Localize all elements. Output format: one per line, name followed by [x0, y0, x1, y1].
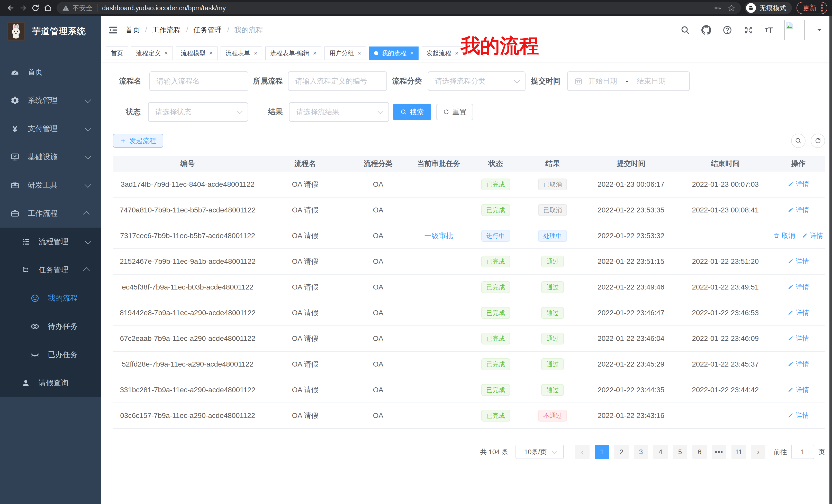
sidebar-item-home[interactable]: 首页: [0, 58, 101, 86]
sidebar-item-infra[interactable]: 基础设施: [0, 143, 101, 171]
goto-page-input[interactable]: 1: [791, 445, 814, 459]
breadcrumb-item[interactable]: 任务管理: [193, 25, 222, 35]
sidebar-item-my-process[interactable]: 我的流程: [0, 284, 101, 312]
detail-action-link[interactable]: 详情: [787, 411, 809, 420]
close-icon[interactable]: ×: [254, 50, 257, 56]
close-icon[interactable]: ×: [313, 50, 316, 56]
process-definition-input[interactable]: 请输入流程定义的编号: [288, 72, 387, 91]
process-name-input[interactable]: 请输入流程名: [149, 72, 249, 91]
page-button-6[interactable]: 6: [693, 445, 707, 459]
sidebar-item-process-mgmt[interactable]: 流程管理: [0, 228, 101, 256]
close-icon[interactable]: ×: [358, 50, 361, 56]
cell-submit-time: 2022-01-22 23:53:35: [583, 197, 679, 223]
breadcrumb-item[interactable]: 工作流程: [152, 25, 181, 35]
search-icon: [795, 137, 802, 144]
sidebar-item-leave-query[interactable]: 请假查询: [0, 369, 101, 397]
cell-actions: 详情: [772, 172, 825, 197]
close-icon[interactable]: ×: [455, 50, 459, 56]
table-row: 52ffd28e-7b9a-11ec-a290-acde48001122OA 请…: [113, 352, 825, 377]
sidebar-item-task-mgmt[interactable]: 任务管理: [0, 256, 101, 284]
detail-action-link[interactable]: 详情: [787, 205, 809, 215]
address-bar[interactable]: 不安全 dashboard.yudao.iocoder.cn /bpm/task…: [57, 2, 741, 14]
cell-end-time: 2022-01-22 23:51:20: [679, 249, 772, 274]
browser-forward-button[interactable]: [17, 2, 29, 14]
column-header: 当前审批任务: [409, 156, 469, 172]
page-button-5[interactable]: 5: [673, 445, 687, 459]
detail-action-link[interactable]: 详情: [787, 385, 809, 394]
bookmark-star-icon[interactable]: [728, 4, 735, 12]
tab-流程模型[interactable]: 流程模型×: [176, 47, 217, 60]
detail-action-link[interactable]: 详情: [787, 283, 809, 291]
browser-back-button[interactable]: [5, 2, 17, 14]
page-button-1[interactable]: 1: [595, 445, 609, 459]
page-ellipsis[interactable]: •••: [712, 445, 726, 459]
detail-action-link[interactable]: 详情: [787, 179, 809, 189]
sidebar-item-system[interactable]: 系统管理: [0, 86, 101, 115]
browser-home-button[interactable]: [42, 2, 54, 14]
refresh-table-button[interactable]: [811, 134, 825, 148]
table-header-row: 编号流程名流程分类当前审批任务状态结果提交时间结束时间操作: [113, 156, 825, 172]
toggle-search-button[interactable]: [791, 134, 806, 148]
github-icon[interactable]: [701, 25, 711, 35]
header-search-icon[interactable]: [680, 25, 690, 35]
next-page-button[interactable]: ›: [751, 445, 765, 459]
browser-menu-icon[interactable]: [821, 4, 823, 11]
cell-result: 通过: [522, 326, 583, 352]
help-icon[interactable]: [723, 25, 732, 35]
sidebar-item-workflow[interactable]: 工作流程: [0, 199, 101, 228]
tab-流程表单[interactable]: 流程表单×: [220, 47, 262, 60]
page-scrollbar[interactable]: [829, 16, 832, 504]
page-button-11[interactable]: 11: [731, 445, 746, 459]
task-link[interactable]: 一级审批: [424, 232, 453, 240]
search-button[interactable]: 搜索: [393, 104, 431, 120]
detail-action-link[interactable]: 详情: [787, 334, 809, 343]
tab-首页[interactable]: 首页: [106, 47, 128, 60]
yen-icon: ¥: [10, 123, 20, 134]
sidebar-item-done-task[interactable]: 已办任务: [0, 341, 101, 369]
avatar[interactable]: [784, 20, 805, 40]
cell-category: OA: [348, 197, 408, 223]
cell-actions: 详情: [772, 249, 825, 274]
tab-用户分组[interactable]: 用户分组×: [324, 47, 366, 60]
page-size-select[interactable]: 10条/页: [516, 445, 564, 459]
close-icon[interactable]: ×: [209, 50, 213, 56]
tab-流程表单-编辑[interactable]: 流程表单-编辑×: [265, 47, 321, 60]
detail-action-link[interactable]: 详情: [787, 360, 809, 369]
cell-process-name: OA 请假: [262, 197, 348, 223]
password-key-icon[interactable]: [714, 4, 722, 12]
sidebar-collapse-icon[interactable]: [101, 16, 126, 44]
page-button-3[interactable]: 3: [634, 445, 648, 459]
status-select[interactable]: 请选择状态: [148, 102, 248, 122]
date-range-picker[interactable]: 开始日期 - 结束日期: [567, 72, 690, 91]
cancel-action-link[interactable]: 取消: [773, 231, 795, 240]
browser-update-button[interactable]: 更新: [797, 2, 827, 14]
eye-icon: [30, 321, 40, 332]
browser-reload-button[interactable]: [29, 2, 42, 14]
reset-button[interactable]: 重置: [436, 104, 473, 120]
app-logo-row[interactable]: 芋道管理系统: [0, 16, 101, 47]
tab-我的流程[interactable]: 我的流程×: [369, 47, 419, 60]
sidebar-item-todo-task[interactable]: 待办任务: [0, 312, 101, 341]
detail-action-link[interactable]: 详情: [787, 308, 809, 317]
tab-流程定义[interactable]: 流程定义×: [131, 47, 173, 60]
start-process-button[interactable]: 发起流程: [113, 134, 163, 148]
page-button-2[interactable]: 2: [614, 445, 629, 459]
breadcrumb-separator: /: [227, 26, 229, 34]
prev-page-button[interactable]: ‹: [575, 445, 590, 459]
breadcrumb-item[interactable]: 首页: [126, 25, 140, 35]
page-button-4[interactable]: 4: [653, 445, 668, 459]
detail-action-link[interactable]: 详情: [787, 257, 809, 266]
search-icon: [400, 109, 407, 115]
font-size-icon[interactable]: TT: [765, 26, 773, 34]
category-select[interactable]: 请选择流程分类: [428, 72, 525, 91]
tab-发起流程[interactable]: 发起流程×: [422, 47, 463, 60]
avatar-caret-icon[interactable]: [816, 27, 823, 33]
fullscreen-icon[interactable]: [744, 25, 753, 35]
cell-submit-time: 2022-01-22 23:45:29: [583, 352, 679, 377]
close-icon[interactable]: ×: [164, 50, 168, 56]
sidebar-item-payment[interactable]: ¥支付管理: [0, 115, 101, 143]
sidebar-item-devtools[interactable]: 研发工具: [0, 171, 101, 199]
detail-action-link[interactable]: 详情: [802, 231, 823, 240]
result-select[interactable]: 请选择流结果: [289, 102, 389, 122]
close-icon[interactable]: ×: [410, 50, 414, 56]
